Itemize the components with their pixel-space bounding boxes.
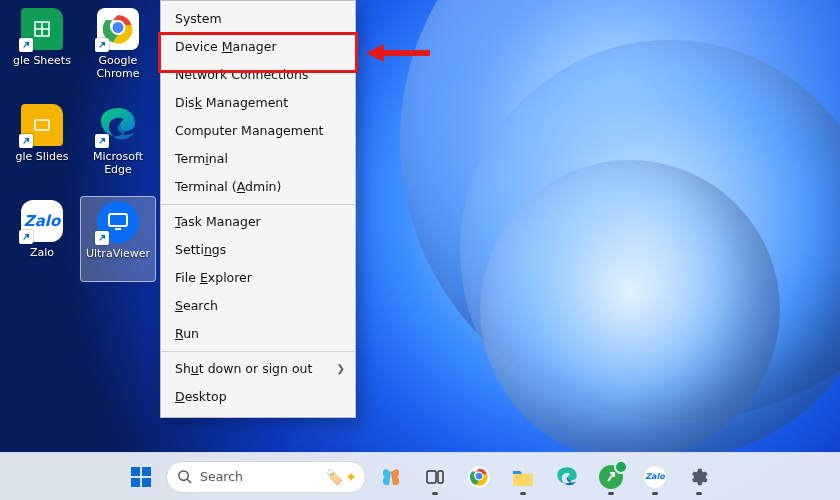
menu-separator <box>161 204 355 205</box>
shortcut-badge-icon <box>19 134 33 148</box>
menu-item-search[interactable]: Search <box>161 292 355 320</box>
svg-rect-8 <box>115 228 121 230</box>
shortcut-badge-icon <box>95 231 109 245</box>
folder-icon <box>511 466 535 488</box>
start-button[interactable] <box>122 458 160 496</box>
svg-rect-7 <box>109 214 127 226</box>
edge-icon <box>555 465 579 489</box>
search-icon <box>177 469 192 484</box>
menu-item-file-explorer[interactable]: File Explorer <box>161 264 355 292</box>
menu-item-system[interactable]: System <box>161 5 355 33</box>
svg-rect-10 <box>142 467 151 476</box>
desktop-icon-google-chrome[interactable]: Google Chrome <box>80 4 156 90</box>
shortcut-badge-icon <box>95 38 109 52</box>
svg-rect-6 <box>35 120 49 130</box>
menu-item-shutdown[interactable]: Shut down or sign out❯ <box>161 355 355 383</box>
taskbar-task-view[interactable] <box>416 458 454 496</box>
svg-rect-9 <box>131 467 140 476</box>
desktop-icon-zalo[interactable]: Zalo Zalo <box>4 196 80 282</box>
menu-item-device-manager[interactable]: Device Manager <box>161 33 355 61</box>
desktop-icon-label: UltraViewer <box>86 247 150 260</box>
winx-context-menu: System Device Manager Network Connection… <box>160 0 356 418</box>
edge-icon <box>97 104 139 146</box>
notification-badge-icon <box>614 460 628 474</box>
taskbar: Search 🏷️✦ <box>0 452 840 500</box>
taskbar-copilot[interactable] <box>372 458 410 496</box>
svg-line-14 <box>187 479 191 483</box>
zalo-icon: Zalo <box>21 200 63 242</box>
taskbar-zalo[interactable]: Zalo <box>636 458 674 496</box>
svg-rect-11 <box>131 478 140 487</box>
desktop-icon-google-slides[interactable]: gle Slides <box>4 100 80 186</box>
desktop-icon-ultraviewer[interactable]: UltraViewer <box>80 196 156 282</box>
svg-point-13 <box>179 471 188 480</box>
taskbar-chrome[interactable] <box>460 458 498 496</box>
search-placeholder: Search <box>200 469 318 484</box>
taskbar-file-explorer[interactable] <box>504 458 542 496</box>
task-view-icon <box>425 467 445 487</box>
menu-item-settings[interactable]: Settings <box>161 236 355 264</box>
desktop-icon-label: Microsoft Edge <box>83 150 153 176</box>
menu-separator <box>161 351 355 352</box>
menu-item-run[interactable]: Run <box>161 320 355 348</box>
desktop-icon-label: gle Sheets <box>13 54 71 67</box>
menu-item-task-manager[interactable]: Task Manager <box>161 208 355 236</box>
desktop-icon-label: Google Chrome <box>83 54 153 80</box>
desktop-icon-label: Zalo <box>30 246 54 259</box>
desktop-icon-microsoft-edge[interactable]: Microsoft Edge <box>80 100 156 186</box>
slides-icon <box>21 104 63 146</box>
copilot-icon <box>380 466 402 488</box>
menu-item-disk-management[interactable]: Disk Management <box>161 89 355 117</box>
taskbar-search[interactable]: Search 🏷️✦ <box>166 461 366 493</box>
svg-rect-12 <box>142 478 151 487</box>
chrome-icon <box>467 465 491 489</box>
svg-rect-15 <box>427 471 436 483</box>
ultraviewer-icon <box>97 201 139 243</box>
menu-item-network-connections[interactable]: Network Connections <box>161 61 355 89</box>
shortcut-badge-icon <box>95 134 109 148</box>
taskbar-settings[interactable] <box>680 458 718 496</box>
menu-item-terminal[interactable]: Terminal <box>161 145 355 173</box>
gear-icon <box>688 466 710 488</box>
desktop-icon-label: gle Slides <box>16 150 69 163</box>
sheets-icon <box>21 8 63 50</box>
menu-item-terminal-admin[interactable]: Terminal (Admin) <box>161 173 355 201</box>
svg-rect-16 <box>438 471 443 483</box>
chrome-icon <box>97 8 139 50</box>
menu-item-desktop[interactable]: Desktop <box>161 383 355 411</box>
menu-item-computer-management[interactable]: Computer Management <box>161 117 355 145</box>
shortcut-badge-icon <box>19 38 33 52</box>
desktop-icon-google-sheets[interactable]: gle Sheets <box>4 4 80 90</box>
zalo-icon: Zalo <box>643 465 667 489</box>
search-highlight-icon: 🏷️✦ <box>326 469 357 485</box>
taskbar-edge[interactable] <box>548 458 586 496</box>
shortcut-badge-icon <box>19 230 33 244</box>
taskbar-browser[interactable] <box>592 458 630 496</box>
windows-logo-icon <box>130 466 152 488</box>
desktop: gle Sheets Google Chrome gle Slides <box>0 0 160 296</box>
chevron-right-icon: ❯ <box>337 355 345 383</box>
